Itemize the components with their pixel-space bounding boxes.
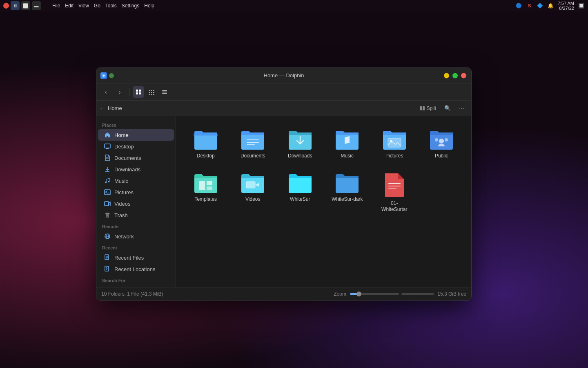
file-item-templates[interactable]: Templates [184, 168, 227, 217]
svg-rect-20 [106, 148, 109, 149]
menu-view[interactable]: View [78, 3, 89, 9]
back-button[interactable]: ‹ [100, 86, 112, 98]
tray-icon-3[interactable]: 🔷 [537, 2, 544, 9]
tray-icon-1[interactable]: 🔵 [515, 2, 523, 9]
app-menu-icon[interactable] [3, 3, 9, 9]
svg-point-27 [106, 191, 107, 192]
file-label-pictures: Pictures [385, 153, 403, 159]
taskbar-right: 🔵 S 🔷 🔔 7:57 AM 8/27/22 🔲 [515, 1, 585, 11]
breadcrumb-home[interactable]: Home [105, 104, 125, 112]
svg-rect-1 [136, 90, 138, 92]
home-icon [104, 131, 111, 139]
menu-tools[interactable]: Tools [105, 3, 117, 9]
svg-rect-49 [388, 183, 401, 184]
maximize-button[interactable] [452, 73, 458, 78]
file-item-public[interactable]: Public [420, 124, 463, 164]
taskbar-app-1[interactable]: 🖥 [11, 1, 20, 10]
taskbar-app-3[interactable]: ▬ [32, 1, 41, 10]
file-label-documents: Documents [241, 153, 265, 159]
zoom-control: Zoom: [334, 291, 434, 297]
file-item-downloads[interactable]: Downloads [278, 124, 322, 164]
menu-file[interactable]: File [52, 3, 60, 9]
svg-rect-39 [194, 134, 218, 136]
svg-rect-40 [388, 138, 401, 147]
file-item-whitesur-dark[interactable]: WhiteSur-dark [326, 168, 369, 217]
downloads-icon [104, 166, 111, 173]
addressbar-actions: Split 🔍 ⋯ [416, 103, 467, 114]
minimize-button[interactable] [444, 73, 449, 78]
network-icon [104, 233, 111, 240]
sidebar-item-home[interactable]: Home [98, 129, 174, 141]
file-item-music[interactable]: Music [326, 124, 369, 164]
videos-icon [104, 200, 111, 207]
tray-icon-4[interactable]: 🔔 [547, 2, 555, 9]
taskbar-notifications[interactable]: 🔲 [577, 2, 585, 9]
sidebar-item-recent-locations[interactable]: Recent Locations [98, 263, 174, 275]
sidebar-music-label: Music [114, 178, 128, 184]
file-item-documents[interactable]: Documents [232, 124, 275, 164]
file-label-whitesur-tar: 01-WhiteSurtar [378, 200, 411, 213]
sidebar-item-desktop[interactable]: Desktop [98, 141, 174, 152]
svg-rect-47 [207, 186, 212, 190]
tray-icon-2[interactable]: S [526, 2, 533, 9]
zoom-right-track[interactable] [401, 293, 434, 295]
breadcrumb-chevron: › [100, 105, 102, 111]
more-button[interactable]: ⋯ [456, 103, 467, 114]
sidebar-recent-files-label: Recent Files [114, 255, 144, 261]
sidebar-section-places: Places [96, 119, 176, 129]
search-button[interactable]: 🔍 [442, 103, 453, 114]
zoom-track[interactable] [350, 293, 399, 295]
svg-rect-15 [162, 92, 167, 92]
sidebar-item-trash[interactable]: Trash [98, 209, 174, 221]
file-item-desktop[interactable]: Desktop [184, 124, 227, 164]
desktop-icon [104, 143, 111, 150]
status-info: 10 Folders, 1 File (41.3 MiB) [101, 291, 330, 297]
sidebar-downloads-label: Downloads [114, 166, 140, 173]
toolbar: ‹ › [96, 83, 471, 101]
addressbar: › Home Split 🔍 ⋯ [96, 101, 471, 116]
menu-help[interactable]: Help [144, 3, 154, 9]
svg-rect-10 [153, 92, 154, 93]
trash-icon [104, 211, 111, 219]
list-view-button[interactable] [159, 86, 170, 98]
sidebar-section-remote: Remote [96, 221, 176, 231]
sidebar-network-label: Network [114, 233, 134, 240]
compact-view-button[interactable] [146, 86, 157, 98]
free-space: 15.3 GiB free [437, 291, 466, 297]
sidebar-item-music[interactable]: Music [98, 175, 174, 186]
svg-rect-14 [162, 90, 167, 91]
sidebar-item-pictures[interactable]: Pictures [98, 186, 174, 198]
file-item-videos[interactable]: Videos [232, 168, 275, 217]
music-icon [104, 177, 111, 184]
menu-edit[interactable]: Edit [65, 3, 74, 9]
taskbar-left: 🖥 ⬜ ▬ File Edit View Go Tools Settings H… [3, 1, 513, 10]
sidebar-item-recent-files[interactable]: Recent Files [98, 252, 174, 263]
svg-point-44 [435, 138, 438, 141]
svg-rect-4 [139, 92, 141, 94]
forward-button[interactable]: › [114, 86, 126, 98]
file-item-whitesur-tar[interactable]: 01-WhiteSurtar [373, 168, 416, 217]
taskbar-app-2[interactable]: ⬜ [21, 1, 30, 10]
titlebar-indicator [109, 73, 114, 78]
file-item-pictures[interactable]: Pictures [373, 124, 416, 164]
svg-rect-17 [420, 106, 422, 110]
sidebar-item-network[interactable]: Network [98, 231, 174, 242]
icon-view-button[interactable] [133, 86, 144, 98]
taskbar-time: 7:57 AM 8/27/22 [558, 1, 574, 11]
file-label-public: Public [435, 153, 448, 159]
sidebar-item-downloads[interactable]: Downloads [98, 164, 174, 175]
close-button[interactable] [461, 73, 466, 78]
sidebar-item-documents[interactable]: Documents [98, 152, 174, 164]
file-item-whitesur[interactable]: WhiteSur [278, 168, 322, 217]
svg-rect-6 [151, 90, 152, 91]
sidebar-item-videos[interactable]: Videos [98, 198, 174, 209]
sidebar-videos-label: Videos [114, 201, 131, 207]
menu-settings[interactable]: Settings [122, 3, 139, 9]
zoom-thumb[interactable] [356, 292, 361, 296]
content-area: Places Home Deskt [96, 116, 471, 287]
svg-rect-21 [105, 149, 109, 149]
svg-rect-5 [149, 90, 150, 91]
menu-go[interactable]: Go [94, 3, 100, 9]
split-button[interactable]: Split [416, 104, 439, 112]
svg-rect-13 [153, 94, 154, 95]
